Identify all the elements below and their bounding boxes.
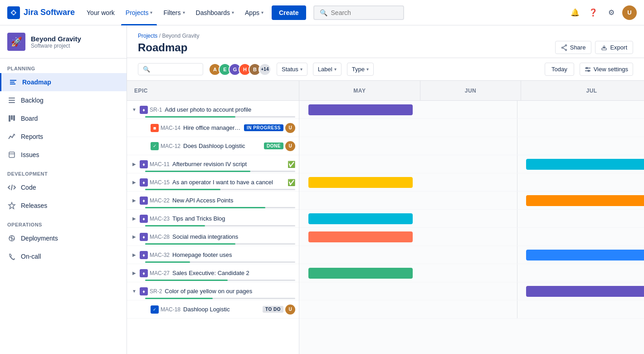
row-title: Color of pale yellow on our pages [165,288,295,295]
nav-dashboards[interactable]: Dashboards ▾ [191,0,239,25]
planning-section-label: PLANNING [0,59,127,73]
top-navigation: Jira Software Your work Projects ▾ Filte… [0,0,644,25]
timeline-row [299,173,644,192]
development-section-label: DEVELOPMENT [0,164,127,178]
sidebar-item-reports[interactable]: Reports [0,128,127,146]
svg-rect-3 [9,100,15,101]
view-settings-button[interactable]: View settings [580,63,633,76]
avatar: U [285,123,295,133]
deployments-label: Deployments [21,235,58,242]
label-filter-button[interactable]: Label ▾ [313,63,342,76]
expand-toggle[interactable]: ▶ [131,233,138,241]
sidebar-item-board[interactable]: Board [0,109,127,128]
timeline-row [299,264,644,282]
timeline-bar[interactable] [308,104,413,115]
project-header[interactable]: 🚀 Beyond Gravity Software project [0,25,127,59]
expand-toggle[interactable]: ▶ [131,197,138,204]
search-box[interactable]: 🔍 [313,5,404,20]
status-chevron-icon: ▾ [300,67,302,72]
timeline-bar[interactable] [526,159,644,170]
svg-line-17 [563,48,565,49]
notifications-button[interactable]: 🔔 [568,5,582,20]
epic-col-header: Epic [127,81,299,101]
help-button[interactable]: ❓ [586,5,600,20]
filters-chevron-icon: ▾ [183,10,185,15]
deployments-icon [7,234,16,243]
create-button[interactable]: Create [272,5,306,20]
table-row[interactable]: ▶ ♦ MAC-15 As an operator I want to have… [127,173,299,192]
export-button[interactable]: Export [595,41,633,54]
nav-filters[interactable]: Filters ▾ [159,0,189,25]
type-filter-button[interactable]: Type ▾ [347,63,374,76]
expand-toggle[interactable]: ▼ [131,288,138,295]
roadmap-table: Epic ▼ ♦ SR-1 Add user photo to account … [127,81,644,354]
table-row[interactable]: ▶ ♦ MAC-22 New API Access Points [127,192,299,210]
toolbar-search-input[interactable] [153,66,198,73]
table-row[interactable]: ▶ ♦ MAC-23 Tips and Tricks Blog [127,210,299,228]
svg-line-16 [563,46,565,47]
breadcrumb: Projects / Beyond Gravity [138,33,633,39]
timeline-bar[interactable] [526,250,644,261]
table-row[interactable]: ▶ ✓ MAC-12 Does Dashloop Logistic DONE U [127,137,299,155]
table-row[interactable]: ▶ ♦ MAC-28 Social media integrations [127,228,299,246]
status-badge: TO DO [263,306,283,313]
share-button[interactable]: Share [555,41,592,54]
table-row[interactable]: ▶ ■ MAC-14 Hire office manager for IN PR… [127,119,299,137]
may-jun-divider [517,210,517,227]
expand-toggle[interactable]: ▼ [131,106,138,113]
today-button[interactable]: Today [545,63,574,76]
sidebar-item-backlog[interactable]: Backlog [0,91,127,109]
row-id: MAC-32 [150,252,170,258]
nav-apps[interactable]: Apps ▾ [240,0,268,25]
row-id: MAC-22 [150,197,170,204]
settings-button[interactable]: ⚙ [604,5,619,20]
table-row[interactable]: ▶ ♦ MAC-32 Homepage footer uses [127,246,299,264]
progress-green [145,225,205,226]
logo-text: Jira Software [24,8,75,17]
logo[interactable]: Jira Software [7,6,75,19]
row-title: Hire office manager for [183,124,241,131]
search-input[interactable] [331,9,395,16]
sidebar-item-issues[interactable]: Issues [0,146,127,164]
nav-your-work[interactable]: Your work [82,0,119,25]
task-icon: ✓ [151,142,159,150]
sidebar-item-deployments[interactable]: Deployments [0,229,127,247]
topnav-right: 🔔 ❓ ⚙ U [568,5,637,20]
expand-toggle[interactable]: ▶ [131,215,138,222]
table-row[interactable]: ▼ ♦ SR-1 Add user photo to account profi… [127,101,299,119]
table-row[interactable]: ▶ ♦ MAC-27 Sales Executive: Candidate 2 [127,264,299,282]
oncall-label: On-call [21,253,41,260]
sidebar-item-oncall[interactable]: On-call [0,247,127,266]
timeline-bar[interactable] [308,213,413,224]
table-row[interactable]: ▶ ♦ MAC-11 Afterburner revision IV scrip… [127,155,299,173]
row-id: MAC-28 [150,234,170,240]
project-name: Beyond Gravity [31,35,81,43]
nav-projects[interactable]: Projects ▾ [121,0,157,25]
breadcrumb-projects[interactable]: Projects [138,33,157,39]
timeline-row [299,137,644,155]
svg-point-13 [565,44,566,46]
project-info: Beyond Gravity Software project [31,35,81,49]
expand-toggle[interactable]: ▶ [131,251,138,259]
timeline-bar[interactable] [308,231,413,242]
epic-icon: ♦ [140,197,148,205]
sidebar-item-roadmap[interactable]: Roadmap [0,73,127,91]
timeline-bar[interactable] [308,177,413,188]
progress-green [145,261,190,263]
table-row[interactable]: ▶ ✓ MAC-18 Dashloop Logistic TO DO U [127,300,299,319]
epic-icon: ♦ [140,178,148,187]
timeline-bar[interactable] [526,286,644,297]
project-icon: 🚀 [7,33,25,51]
sidebar-item-releases[interactable]: Releases [0,197,127,215]
expand-toggle[interactable]: ▶ [131,161,138,168]
user-avatar[interactable]: U [622,5,637,20]
table-row[interactable]: ▼ ♦ SR-2 Color of pale yellow on our pag… [127,282,299,300]
expand-toggle[interactable]: ▶ [131,270,138,277]
toolbar-search-box[interactable]: 🔍 [138,63,203,75]
avatar-more[interactable]: +14 [259,63,271,76]
sidebar-item-code[interactable]: Code [0,178,127,197]
timeline-bar[interactable] [308,268,413,279]
expand-toggle[interactable]: ▶ [131,179,138,186]
timeline-bar[interactable] [526,195,644,206]
status-filter-button[interactable]: Status ▾ [277,63,307,76]
